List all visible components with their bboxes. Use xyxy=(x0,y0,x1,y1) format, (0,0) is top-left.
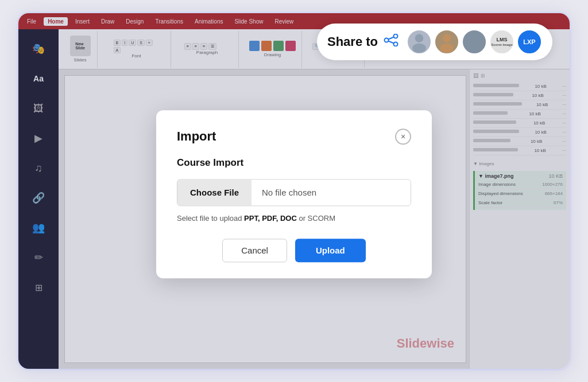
upload-button[interactable]: Upload xyxy=(295,239,366,262)
svg-point-6 xyxy=(412,44,426,53)
avatar-3[interactable] xyxy=(462,29,487,54)
svg-line-3 xyxy=(388,37,394,40)
avatar-row: LMS Scorm Image LXP xyxy=(407,29,542,54)
modal-title: Import xyxy=(177,129,216,144)
modal-close-button[interactable]: × xyxy=(395,128,411,145)
file-hint: Select file to upload PPT, PDF, DOC or S… xyxy=(177,214,411,223)
no-file-label: No file chosen xyxy=(252,180,411,205)
avatar-2[interactable] xyxy=(434,29,459,54)
hint-formats: PPT, PDF, DOC xyxy=(244,214,297,223)
modal-section-title: Course Import xyxy=(177,157,411,169)
import-modal: Import × Course Import Choose File No fi… xyxy=(156,110,432,278)
app-frame: File Home Insert Draw Design Transitions… xyxy=(18,13,570,369)
modal-actions: Cancel Upload xyxy=(177,239,411,262)
svg-point-0 xyxy=(394,34,398,38)
svg-point-7 xyxy=(443,34,451,42)
svg-line-4 xyxy=(388,41,394,44)
share-bar-title: Share to xyxy=(327,34,399,50)
svg-point-10 xyxy=(467,44,481,53)
hint-prefix: Select file to upload xyxy=(177,214,244,223)
svg-point-1 xyxy=(394,42,398,46)
svg-point-5 xyxy=(415,34,424,42)
cancel-button[interactable]: Cancel xyxy=(222,239,287,262)
avatar-1[interactable] xyxy=(407,29,432,54)
share-to-label: Share to xyxy=(327,34,378,49)
file-input-row: Choose File No file chosen xyxy=(177,179,411,206)
svg-point-9 xyxy=(470,34,479,42)
avatar-lms[interactable]: LMS Scorm Image xyxy=(489,29,514,54)
share-bar: Share to LMS xyxy=(317,24,552,60)
modal-header: Import × xyxy=(177,128,411,145)
hint-suffix: or SCORM xyxy=(297,214,335,223)
svg-point-8 xyxy=(440,44,454,53)
avatar-lxp[interactable]: LXP xyxy=(517,29,542,54)
choose-file-button[interactable]: Choose File xyxy=(177,180,252,205)
share-icon[interactable] xyxy=(384,34,399,50)
svg-point-2 xyxy=(385,38,389,42)
